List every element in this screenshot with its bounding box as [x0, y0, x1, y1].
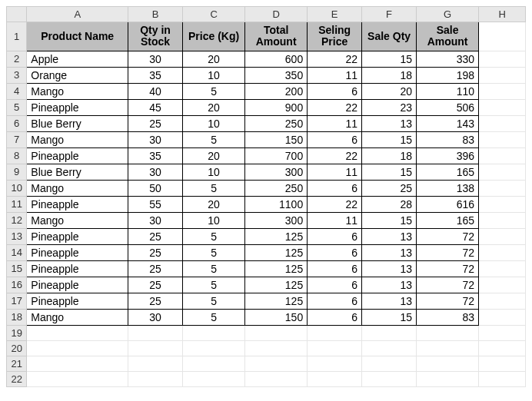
row-header[interactable]: 2: [7, 51, 27, 67]
row-header[interactable]: 19: [7, 325, 27, 340]
cell-product-name[interactable]: Mango: [27, 212, 128, 228]
cell-product-name[interactable]: Pineapple: [27, 244, 128, 260]
header-sale-amount[interactable]: Sale Amount: [417, 22, 479, 51]
cell-sale-qty[interactable]: 28: [362, 196, 417, 212]
cell-total-amount[interactable]: 1100: [245, 196, 308, 212]
cell-qty-stock[interactable]: 30: [128, 164, 183, 180]
empty-cell[interactable]: [27, 325, 128, 340]
cell-qty-stock[interactable]: 40: [128, 83, 183, 99]
cell-total-amount[interactable]: 150: [245, 131, 308, 147]
cell-total-amount[interactable]: 900: [245, 99, 308, 115]
cell-qty-stock[interactable]: 25: [128, 115, 183, 131]
row-header[interactable]: 10: [7, 180, 27, 196]
empty-cell[interactable]: [479, 147, 526, 164]
cell-selling-price[interactable]: 11: [308, 164, 362, 180]
empty-cell[interactable]: [479, 293, 526, 309]
cell-total-amount[interactable]: 600: [245, 51, 308, 67]
cell-sale-qty[interactable]: 13: [362, 260, 417, 277]
cell-sale-amount[interactable]: 330: [417, 51, 479, 67]
cell-qty-stock[interactable]: 30: [128, 131, 183, 147]
cell-sale-amount[interactable]: 72: [417, 244, 479, 260]
cell-total-amount[interactable]: 150: [245, 309, 308, 325]
cell-sale-amount[interactable]: 165: [417, 164, 479, 180]
cell-sale-amount[interactable]: 83: [417, 131, 479, 147]
cell-sale-qty[interactable]: 20: [362, 83, 417, 99]
empty-cell[interactable]: [245, 340, 308, 356]
cell-total-amount[interactable]: 125: [245, 228, 308, 244]
cell-sale-qty[interactable]: 15: [362, 131, 417, 147]
header-total-amount[interactable]: Total Amount: [245, 22, 308, 51]
cell-sale-qty[interactable]: 15: [362, 164, 417, 180]
cell-product-name[interactable]: Mango: [27, 83, 128, 99]
empty-cell[interactable]: [479, 164, 526, 180]
cell-sale-qty[interactable]: 18: [362, 67, 417, 83]
cell-total-amount[interactable]: 300: [245, 212, 308, 228]
empty-cell[interactable]: [362, 340, 417, 356]
cell-qty-stock[interactable]: 25: [128, 260, 183, 277]
cell-product-name[interactable]: Blue Berry: [27, 115, 128, 131]
cell-product-name[interactable]: Mango: [27, 180, 128, 196]
cell-total-amount[interactable]: 250: [245, 115, 308, 131]
cell-product-name[interactable]: Pineapple: [27, 260, 128, 277]
empty-cell[interactable]: [308, 356, 362, 371]
empty-cell[interactable]: [27, 340, 128, 356]
cell-selling-price[interactable]: 6: [308, 293, 362, 309]
empty-cell[interactable]: [417, 340, 479, 356]
cell-product-name[interactable]: Mango: [27, 309, 128, 325]
row-header[interactable]: 12: [7, 212, 27, 228]
cell-price[interactable]: 10: [183, 212, 245, 228]
row-header[interactable]: 3: [7, 67, 27, 83]
cell-qty-stock[interactable]: 45: [128, 99, 183, 115]
cell-sale-qty[interactable]: 18: [362, 147, 417, 164]
cell-product-name[interactable]: Pineapple: [27, 228, 128, 244]
row-header[interactable]: 11: [7, 196, 27, 212]
cell-total-amount[interactable]: 125: [245, 244, 308, 260]
empty-cell[interactable]: [479, 212, 526, 228]
cell-selling-price[interactable]: 6: [308, 131, 362, 147]
row-header[interactable]: 9: [7, 164, 27, 180]
cell-qty-stock[interactable]: 30: [128, 212, 183, 228]
cell-sale-qty[interactable]: 15: [362, 212, 417, 228]
spreadsheet-grid[interactable]: A B C D E F G H 1 Product Name Qty in St…: [6, 6, 526, 387]
header-product-name[interactable]: Product Name: [27, 22, 128, 51]
cell-selling-price[interactable]: 6: [308, 228, 362, 244]
cell-selling-price[interactable]: 6: [308, 309, 362, 325]
empty-cell[interactable]: [245, 325, 308, 340]
cell-price[interactable]: 20: [183, 99, 245, 115]
cell-sale-amount[interactable]: 83: [417, 309, 479, 325]
cell-selling-price[interactable]: 6: [308, 180, 362, 196]
empty-cell[interactable]: [479, 115, 526, 131]
empty-cell[interactable]: [479, 371, 526, 386]
col-header-D[interactable]: D: [245, 7, 308, 22]
cell-sale-amount[interactable]: 396: [417, 147, 479, 164]
cell-qty-stock[interactable]: 30: [128, 51, 183, 67]
row-header-1[interactable]: 1: [7, 22, 27, 51]
cell-sale-qty[interactable]: 25: [362, 180, 417, 196]
cell-price[interactable]: 10: [183, 115, 245, 131]
col-header-G[interactable]: G: [417, 7, 479, 22]
cell-price[interactable]: 20: [183, 147, 245, 164]
empty-cell[interactable]: [245, 356, 308, 371]
cell-sale-qty[interactable]: 13: [362, 115, 417, 131]
cell-price[interactable]: 5: [183, 83, 245, 99]
cell-selling-price[interactable]: 11: [308, 212, 362, 228]
row-header[interactable]: 20: [7, 340, 27, 356]
cell-sale-amount[interactable]: 506: [417, 99, 479, 115]
cell-sale-amount[interactable]: 72: [417, 293, 479, 309]
col-header-E[interactable]: E: [308, 7, 362, 22]
header-price[interactable]: Price (Kg): [183, 22, 245, 51]
col-header-C[interactable]: C: [183, 7, 245, 22]
select-all-corner[interactable]: [7, 7, 27, 22]
col-header-B[interactable]: B: [128, 7, 183, 22]
empty-cell[interactable]: [308, 340, 362, 356]
empty-cell[interactable]: [417, 356, 479, 371]
empty-cell[interactable]: [479, 244, 526, 260]
cell-total-amount[interactable]: 350: [245, 67, 308, 83]
empty-cell[interactable]: [479, 309, 526, 325]
cell-sale-amount[interactable]: 72: [417, 228, 479, 244]
row-header[interactable]: 6: [7, 115, 27, 131]
empty-cell[interactable]: [245, 371, 308, 386]
cell-sale-qty[interactable]: 13: [362, 228, 417, 244]
cell-price[interactable]: 20: [183, 196, 245, 212]
empty-cell[interactable]: [183, 371, 245, 386]
